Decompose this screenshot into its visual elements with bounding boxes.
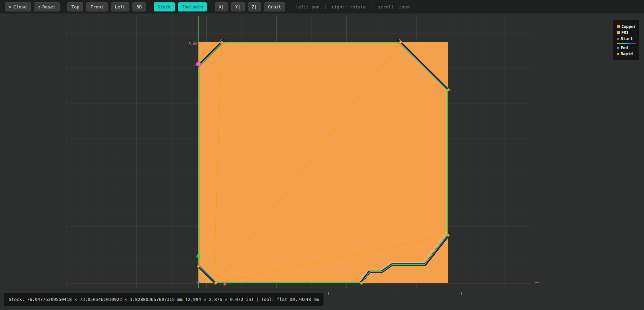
reset-icon: ↺ <box>38 5 40 9</box>
start-point-marker <box>196 62 201 66</box>
axis-y-button[interactable]: Y| <box>231 2 245 11</box>
hint-separator: | <box>324 4 327 9</box>
axis-x-button[interactable]: X| <box>215 2 228 11</box>
hint-left-pan: left: pan <box>296 4 319 9</box>
view-top-button[interactable]: Top <box>67 2 83 11</box>
legend-item-copper: Copper <box>617 24 636 29</box>
view-front-button[interactable]: Front <box>86 2 108 11</box>
close-icon: × <box>9 5 11 9</box>
stock-dimensions: 76.04775209550418 × 73.0505461010922 × 1… <box>27 297 254 302</box>
scene-svg: 5.00 <box>0 0 644 310</box>
stock-label: Stock: <box>9 297 25 302</box>
close-button[interactable]: × Close <box>5 2 31 11</box>
toolpath-toggle-button[interactable]: Toolpath <box>178 2 207 11</box>
viewport-canvas[interactable]: 5.00 <box>0 0 644 310</box>
close-label: Close <box>13 4 27 9</box>
axis-buttons-group: X| Y| Z| Orbit <box>215 2 285 11</box>
legend-fr1-label: FR1 <box>621 30 629 35</box>
legend-item-start: Start <box>617 36 636 41</box>
cam-preview-window: 5.00 × Close ↺ Reset Top Front Left 3D S… <box>0 0 644 310</box>
rapid-dot-icon <box>617 53 619 55</box>
axis-z-button[interactable]: Z| <box>248 2 261 11</box>
status-separator: | <box>256 297 259 302</box>
legend-rapid-label: Rapid <box>621 52 633 56</box>
stock-board <box>198 42 448 283</box>
legend-item-rapid: Rapid <box>617 52 636 56</box>
status-bar: Stock: 76.04775209550418 × 73.0505461010… <box>4 293 324 306</box>
axis-ticks <box>329 292 462 295</box>
dimension-label: 5.00 <box>189 42 198 46</box>
orbit-button[interactable]: Orbit <box>264 2 285 11</box>
depth-gradient-bar <box>617 43 636 44</box>
tool-label: Tool: <box>261 297 274 302</box>
legend-item-fr1: FR1 <box>617 30 636 35</box>
toolbar: × Close ↺ Reset Top Front Left 3D Stock … <box>0 0 644 13</box>
copper-swatch-icon <box>617 25 620 28</box>
end-point-marker <box>197 281 200 284</box>
layer-toggles-group: Stock Toolpath <box>154 2 207 11</box>
view-3d-button[interactable]: 3D <box>132 2 146 11</box>
end-dot-icon <box>617 47 619 49</box>
start-dot-icon <box>617 38 619 40</box>
hint-separator: | <box>370 4 373 9</box>
stock-toggle-button[interactable]: Stock <box>154 2 175 11</box>
reset-button[interactable]: ↺ Reset <box>34 2 60 11</box>
legend-end-label: End <box>621 45 628 50</box>
hint-right-rotate: right: rotate <box>332 4 366 9</box>
mouse-hints: left: pan | right: rotate | scroll: zoom <box>296 4 409 9</box>
hint-scroll-zoom: scroll: zoom <box>378 4 409 9</box>
legend-item-end: End <box>617 45 636 50</box>
legend-copper-label: Copper <box>621 24 636 29</box>
view-left-button[interactable]: Left <box>111 2 129 11</box>
legend-start-label: Start <box>621 36 633 41</box>
view-buttons-group: Top Front Left 3D <box>67 2 146 11</box>
legend-panel: Copper FR1 Start End Rapid <box>613 20 639 60</box>
fr1-swatch-icon <box>617 31 620 34</box>
tool-info: flat ⌀0.79248 mm <box>277 297 319 302</box>
reset-label: Reset <box>42 4 56 9</box>
